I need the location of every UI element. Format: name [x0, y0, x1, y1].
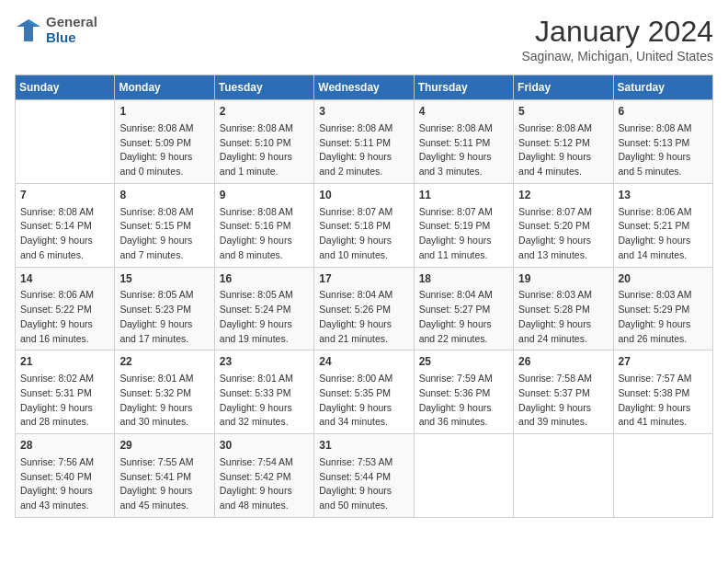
day-info: Sunrise: 7:55 AMSunset: 5:41 PMDaylight:…	[119, 455, 209, 513]
calendar-week-5: 28Sunrise: 7:56 AMSunset: 5:40 PMDayligh…	[16, 434, 713, 518]
calendar-cell-3-5: 18Sunrise: 8:04 AMSunset: 5:27 PMDayligh…	[414, 267, 513, 350]
calendar-week-3: 14Sunrise: 8:06 AMSunset: 5:22 PMDayligh…	[16, 267, 713, 350]
calendar-cell-1-2: 1Sunrise: 8:08 AMSunset: 5:09 PMDaylight…	[115, 100, 214, 184]
calendar-cell-3-4: 17Sunrise: 8:04 AMSunset: 5:26 PMDayligh…	[314, 267, 414, 350]
day-info: Sunrise: 8:08 AMSunset: 5:13 PMDaylight:…	[619, 121, 708, 179]
calendar-cell-2-4: 10Sunrise: 8:07 AMSunset: 5:18 PMDayligh…	[314, 183, 414, 267]
logo-text: General Blue	[46, 15, 97, 45]
calendar-cell-3-6: 19Sunrise: 8:03 AMSunset: 5:28 PMDayligh…	[514, 267, 613, 350]
day-info: Sunrise: 8:01 AMSunset: 5:32 PMDaylight:…	[119, 372, 209, 430]
calendar-table: SundayMondayTuesdayWednesdayThursdayFrid…	[15, 75, 713, 518]
day-number: 14	[20, 271, 109, 287]
day-info: Sunrise: 8:08 AMSunset: 5:12 PMDaylight:…	[518, 121, 608, 179]
day-info: Sunrise: 8:05 AMSunset: 5:24 PMDaylight:…	[220, 288, 309, 346]
day-number: 16	[220, 271, 309, 287]
page-header: General Blue January 2024 Saginaw, Michi…	[15, 15, 713, 63]
day-info: Sunrise: 8:07 AMSunset: 5:18 PMDaylight:…	[319, 205, 408, 263]
calendar-cell-3-7: 20Sunrise: 8:03 AMSunset: 5:29 PMDayligh…	[613, 267, 712, 350]
day-info: Sunrise: 8:04 AMSunset: 5:27 PMDaylight:…	[419, 288, 508, 346]
day-number: 5	[518, 104, 608, 120]
day-number: 4	[419, 104, 508, 120]
calendar-cell-2-3: 9Sunrise: 8:08 AMSunset: 5:16 PMDaylight…	[214, 183, 313, 267]
calendar-week-1: 1Sunrise: 8:08 AMSunset: 5:09 PMDaylight…	[16, 100, 713, 184]
day-info: Sunrise: 8:08 AMSunset: 5:15 PMDaylight:…	[119, 205, 209, 263]
day-number: 19	[518, 271, 608, 287]
calendar-header-tuesday: Tuesday	[214, 75, 313, 100]
day-info: Sunrise: 8:04 AMSunset: 5:26 PMDaylight:…	[319, 288, 408, 346]
day-number: 30	[220, 438, 309, 454]
calendar-cell-5-1: 28Sunrise: 7:56 AMSunset: 5:40 PMDayligh…	[16, 434, 115, 518]
calendar-cell-1-5: 4Sunrise: 8:08 AMSunset: 5:11 PMDaylight…	[414, 100, 513, 184]
day-number: 29	[119, 438, 209, 454]
day-info: Sunrise: 8:05 AMSunset: 5:23 PMDaylight:…	[119, 288, 209, 346]
day-info: Sunrise: 7:53 AMSunset: 5:44 PMDaylight:…	[319, 455, 408, 513]
day-number: 24	[319, 354, 408, 370]
calendar-cell-2-6: 12Sunrise: 8:07 AMSunset: 5:20 PMDayligh…	[514, 183, 613, 267]
day-number: 18	[419, 271, 508, 287]
calendar-header-thursday: Thursday	[414, 75, 513, 100]
day-info: Sunrise: 8:08 AMSunset: 5:16 PMDaylight:…	[220, 205, 309, 263]
calendar-cell-1-3: 2Sunrise: 8:08 AMSunset: 5:10 PMDaylight…	[214, 100, 313, 184]
logo-blue: Blue	[46, 30, 97, 46]
calendar-cell-4-1: 21Sunrise: 8:02 AMSunset: 5:31 PMDayligh…	[16, 350, 115, 434]
day-number: 27	[619, 354, 708, 370]
calendar-cell-1-6: 5Sunrise: 8:08 AMSunset: 5:12 PMDaylight…	[514, 100, 613, 184]
calendar-cell-5-2: 29Sunrise: 7:55 AMSunset: 5:41 PMDayligh…	[115, 434, 214, 518]
page-title: January 2024	[521, 15, 713, 49]
day-info: Sunrise: 8:08 AMSunset: 5:11 PMDaylight:…	[319, 121, 408, 179]
day-number: 7	[20, 188, 109, 203]
calendar-week-4: 21Sunrise: 8:02 AMSunset: 5:31 PMDayligh…	[16, 350, 713, 434]
day-number: 3	[319, 104, 408, 120]
calendar-cell-5-4: 31Sunrise: 7:53 AMSunset: 5:44 PMDayligh…	[314, 434, 414, 518]
day-info: Sunrise: 8:07 AMSunset: 5:19 PMDaylight:…	[419, 205, 508, 263]
calendar-cell-4-6: 26Sunrise: 7:58 AMSunset: 5:37 PMDayligh…	[514, 350, 613, 434]
page-subtitle: Saginaw, Michigan, United States	[521, 49, 713, 63]
calendar-cell-3-3: 16Sunrise: 8:05 AMSunset: 5:24 PMDayligh…	[214, 267, 313, 350]
day-info: Sunrise: 8:06 AMSunset: 5:21 PMDaylight:…	[619, 205, 708, 263]
calendar-header-sunday: Sunday	[16, 75, 115, 100]
day-number: 6	[619, 104, 708, 120]
day-info: Sunrise: 7:57 AMSunset: 5:38 PMDaylight:…	[619, 372, 708, 430]
calendar-header-wednesday: Wednesday	[314, 75, 414, 100]
day-number: 8	[119, 188, 209, 203]
day-number: 10	[319, 188, 408, 203]
day-number: 25	[419, 354, 508, 370]
day-info: Sunrise: 7:54 AMSunset: 5:42 PMDaylight:…	[220, 455, 309, 513]
day-info: Sunrise: 7:58 AMSunset: 5:37 PMDaylight:…	[518, 372, 608, 430]
calendar-cell-4-7: 27Sunrise: 7:57 AMSunset: 5:38 PMDayligh…	[613, 350, 712, 434]
day-number: 11	[419, 188, 508, 203]
day-info: Sunrise: 8:07 AMSunset: 5:20 PMDaylight:…	[518, 205, 608, 263]
day-info: Sunrise: 8:03 AMSunset: 5:29 PMDaylight:…	[619, 288, 708, 346]
day-number: 23	[220, 354, 309, 370]
calendar-cell-1-1	[16, 100, 115, 184]
calendar-header-friday: Friday	[514, 75, 613, 100]
calendar-cell-5-5	[414, 434, 513, 518]
day-number: 31	[319, 438, 408, 454]
day-info: Sunrise: 8:08 AMSunset: 5:09 PMDaylight:…	[119, 121, 209, 179]
day-info: Sunrise: 8:08 AMSunset: 5:11 PMDaylight:…	[419, 121, 508, 179]
day-info: Sunrise: 8:01 AMSunset: 5:33 PMDaylight:…	[220, 372, 309, 430]
calendar-cell-2-1: 7Sunrise: 8:08 AMSunset: 5:14 PMDaylight…	[16, 183, 115, 267]
day-info: Sunrise: 8:08 AMSunset: 5:14 PMDaylight:…	[20, 205, 109, 263]
day-info: Sunrise: 7:56 AMSunset: 5:40 PMDaylight:…	[20, 455, 109, 513]
day-info: Sunrise: 8:08 AMSunset: 5:10 PMDaylight:…	[220, 121, 309, 179]
day-info: Sunrise: 8:06 AMSunset: 5:22 PMDaylight:…	[20, 288, 109, 346]
logo-general: General	[46, 15, 97, 30]
calendar-cell-1-4: 3Sunrise: 8:08 AMSunset: 5:11 PMDaylight…	[314, 100, 414, 184]
calendar-cell-4-2: 22Sunrise: 8:01 AMSunset: 5:32 PMDayligh…	[115, 350, 214, 434]
calendar-cell-3-2: 15Sunrise: 8:05 AMSunset: 5:23 PMDayligh…	[115, 267, 214, 350]
day-number: 20	[619, 271, 708, 287]
day-number: 28	[20, 438, 109, 454]
day-info: Sunrise: 8:02 AMSunset: 5:31 PMDaylight:…	[20, 372, 109, 430]
day-number: 26	[518, 354, 608, 370]
day-info: Sunrise: 8:03 AMSunset: 5:28 PMDaylight:…	[518, 288, 608, 346]
day-number: 9	[220, 188, 309, 203]
calendar-header-monday: Monday	[115, 75, 214, 100]
logo-icon	[15, 17, 42, 43]
day-number: 1	[119, 104, 209, 120]
calendar-cell-2-7: 13Sunrise: 8:06 AMSunset: 5:21 PMDayligh…	[613, 183, 712, 267]
day-number: 2	[220, 104, 309, 120]
calendar-cell-4-4: 24Sunrise: 8:00 AMSunset: 5:35 PMDayligh…	[314, 350, 414, 434]
day-number: 21	[20, 354, 109, 370]
day-number: 12	[518, 188, 608, 203]
